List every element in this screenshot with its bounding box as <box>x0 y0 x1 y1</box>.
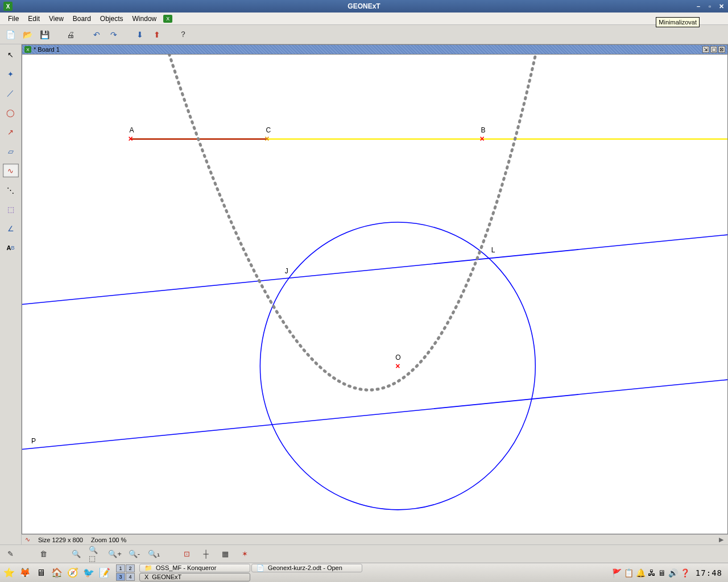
svg-text:P: P <box>31 437 36 445</box>
redo-button[interactable]: ↷ <box>107 28 121 41</box>
svg-text:×: × <box>128 134 133 143</box>
svg-text:A: A <box>130 126 135 134</box>
svg-text:×: × <box>264 134 269 143</box>
taskbar-item-icon: 📁 <box>144 564 152 572</box>
board-maximize-button[interactable]: ▢ <box>710 46 717 53</box>
pointer-tool[interactable]: ↖ <box>3 48 19 61</box>
pager-1[interactable]: 1 <box>116 564 125 572</box>
zoom-fit-button[interactable]: 🔍⬚ <box>89 547 102 561</box>
window-titlebar: X GEONExT – ▫ ✕ <box>0 0 728 13</box>
axes-button[interactable]: ┼ <box>199 547 213 561</box>
scrollbar-right-arrow[interactable]: ▶ <box>719 536 725 543</box>
save-button[interactable]: 💾 <box>38 28 51 41</box>
menu-edit[interactable]: Edit <box>23 14 44 24</box>
tray-display-icon[interactable]: 🖥 <box>658 568 666 577</box>
line-tool[interactable]: ／ <box>3 86 19 100</box>
circle-tool[interactable]: ◯ <box>3 106 19 119</box>
tray-network-icon[interactable]: 🖧 <box>648 568 656 577</box>
left-toolbar: ↖ ✦ ／ ◯ ↗ ▱ ∿ ⋱ ⬚ ∠ AB <box>0 44 22 544</box>
svg-text:L: L <box>491 246 495 253</box>
taskbar-item-openoffice[interactable]: 📄Geonext-kurz-2.odt - Open <box>251 564 362 572</box>
svg-text:J: J <box>285 267 288 275</box>
board-icon: X <box>24 46 31 53</box>
pager-2[interactable]: 2 <box>126 564 135 572</box>
svg-text:×: × <box>479 134 484 143</box>
angle-tool[interactable]: ∠ <box>3 222 19 235</box>
board-undock-button[interactable]: ⇲ <box>702 46 709 53</box>
print-button[interactable]: 🖨 <box>64 28 77 41</box>
statusbar: ∿ Size 1229 x 800 Zoom 100 % ▶ <box>22 534 728 544</box>
board-title: * Board 1 <box>34 46 60 53</box>
svg-text:B: B <box>481 126 486 134</box>
tray-volume-icon[interactable]: 🔊 <box>668 568 678 577</box>
new-button[interactable]: 📄 <box>3 28 17 41</box>
app-icon: X <box>3 2 13 11</box>
menubar: File Edit View Board Objects Window X <box>0 13 728 25</box>
menu-objects[interactable]: Objects <box>96 14 128 24</box>
menu-view[interactable]: View <box>44 14 68 24</box>
taskbar-item-geonext[interactable]: XGEONExT <box>139 573 250 581</box>
zoom-in-button[interactable]: 🔍+ <box>108 547 122 561</box>
window-title: GEONExT <box>348 2 380 10</box>
taskbar-item-konqueror[interactable]: 📁OSS_MF - Konqueror <box>139 564 250 572</box>
pager-4[interactable]: 4 <box>126 573 135 581</box>
origin-button[interactable]: ⊡ <box>180 547 193 561</box>
trace-tool[interactable]: ⋱ <box>3 183 19 197</box>
grid-button[interactable]: ▦ <box>218 547 232 561</box>
taskbar-item-label: GEONExT <box>152 573 181 580</box>
close-button[interactable]: ✕ <box>717 2 726 10</box>
select-region-tool[interactable]: ⬚ <box>3 202 19 216</box>
zoom-tool[interactable]: 🔍 <box>69 547 83 561</box>
point-tool[interactable]: ✦ <box>3 67 19 81</box>
status-size: Size 1229 x 800 <box>38 537 83 543</box>
terminal-icon[interactable]: 🖥 <box>34 566 48 580</box>
text-tool[interactable]: AB <box>3 241 19 255</box>
minimize-button[interactable]: – <box>694 2 703 10</box>
zoom-out-button[interactable]: 🔍- <box>127 547 141 561</box>
snap-button[interactable]: ✶ <box>238 547 251 561</box>
drawing-canvas[interactable]: ×A×C×BJL×OP <box>22 55 728 534</box>
svg-text:O: O <box>395 354 401 361</box>
help-button[interactable]: ？ <box>176 28 190 41</box>
board-close-button[interactable]: ⊠ <box>718 46 725 53</box>
polygon-tool[interactable]: ▱ <box>3 144 19 158</box>
kmenu-icon[interactable]: ⭐ <box>2 566 16 580</box>
status-icon: ∿ <box>25 536 30 543</box>
kontact-icon[interactable]: 🧭 <box>66 566 80 580</box>
firefox-icon[interactable]: 🦊 <box>18 566 32 580</box>
menu-board[interactable]: Board <box>68 14 96 24</box>
undo-button[interactable]: ↶ <box>90 28 104 41</box>
import-button[interactable]: ⬇ <box>133 28 147 41</box>
curve-tool[interactable]: ∿ <box>3 164 19 177</box>
tray-flag-icon[interactable]: 🚩 <box>612 568 622 577</box>
tray-update-icon[interactable]: 🔔 <box>636 568 646 577</box>
open-button[interactable]: 📂 <box>20 28 34 41</box>
maximize-button[interactable]: ▫ <box>705 2 714 10</box>
thunderbird-icon[interactable]: 🐦 <box>82 566 96 580</box>
status-zoom: Zoom 100 % <box>91 537 126 543</box>
svg-text:C: C <box>266 126 271 134</box>
tray-klipper-icon[interactable]: 📋 <box>624 568 634 577</box>
taskbar-item-label: OSS_MF - Konqueror <box>156 564 216 571</box>
arrow-tool[interactable]: ↗ <box>3 125 19 139</box>
board-titlebar[interactable]: X * Board 1 ⇲ ▢ ⊠ <box>22 44 728 55</box>
system-tray: 🚩 📋 🔔 🖧 🖥 🔊 ❓ 17:48 <box>612 568 726 577</box>
home-icon[interactable]: 🏠 <box>50 566 64 580</box>
delete-button[interactable]: 🗑 <box>36 547 50 561</box>
desktop-pager[interactable]: 1 2 3 4 <box>116 564 135 581</box>
taskbar-item-icon: 📄 <box>257 564 264 572</box>
bottom-toolbar: ✎ 🗑 🔍 🔍⬚ 🔍+ 🔍- 🔍₁ ⊡ ┼ ▦ ✶ <box>0 544 728 563</box>
desktop-taskbar: ⭐ 🦊 🖥 🏠 🧭 🐦 📝 1 2 3 4 📁OSS_MF - Konquero… <box>0 563 728 582</box>
menu-file[interactable]: File <box>3 14 23 24</box>
export-button[interactable]: ⬆ <box>150 28 164 41</box>
tray-help-icon[interactable]: ❓ <box>680 568 690 577</box>
menu-window[interactable]: Window <box>128 14 162 24</box>
taskbar-item-icon: X <box>144 573 148 580</box>
taskbar-clock[interactable]: 17:48 <box>692 568 726 577</box>
svg-line-2 <box>22 234 727 305</box>
zoom-100-button[interactable]: 🔍₁ <box>147 547 160 561</box>
edit-button[interactable]: ✎ <box>3 547 17 561</box>
kwrite-icon[interactable]: 📝 <box>98 566 111 580</box>
geonext-logo-icon: X <box>163 15 172 23</box>
pager-3[interactable]: 3 <box>116 573 125 581</box>
